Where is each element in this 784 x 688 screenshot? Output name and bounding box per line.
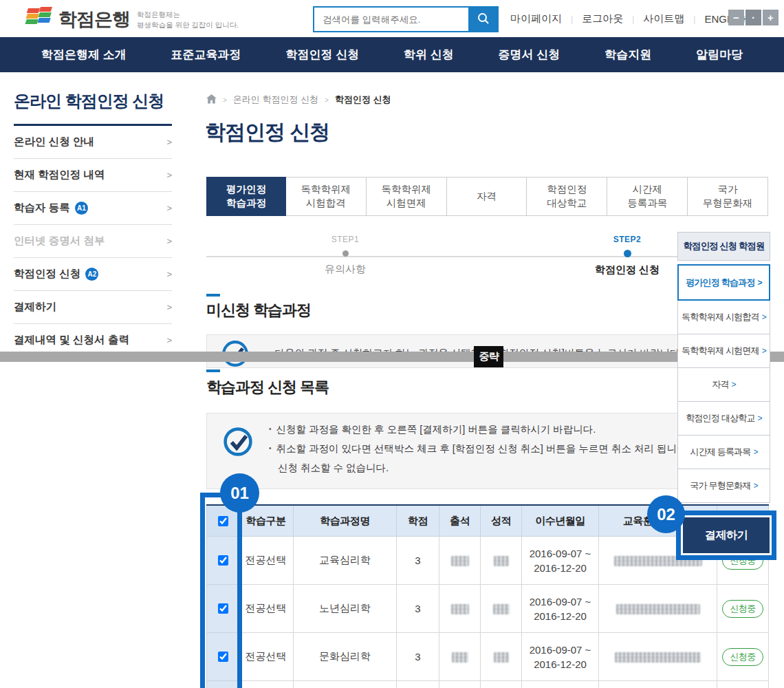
cell-credit: 3: [397, 633, 439, 681]
step-a2-badge: A2: [85, 268, 98, 281]
breadcrumb-separator: >: [325, 96, 329, 104]
gnb-item-intro[interactable]: 학점은행제 소개: [41, 47, 127, 63]
chevron-right-icon: >: [762, 346, 766, 356]
breadcrumb-separator: >: [223, 96, 227, 104]
font-smaller-button[interactable]: −: [728, 10, 744, 25]
step-a1-badge: A1: [75, 202, 88, 215]
cell-period: 2016-09-07 ~2016-12-20: [522, 633, 599, 681]
step-2-current: STEP2 학점인정 신청: [579, 235, 675, 277]
sidebar-item-credit-apply[interactable]: 학점인정 신청 A2 >: [14, 258, 172, 291]
sidebar-title: 온라인 학점인정 신청: [14, 90, 172, 126]
sidebar-item-internet-certificate[interactable]: 인터넷 증명서 첨부 >: [14, 225, 172, 258]
pay-button[interactable]: 결제하기: [683, 517, 770, 553]
blurred-institution: [616, 604, 700, 614]
sidebar-item-learner-register[interactable]: 학습자 등록 A1 >: [14, 192, 172, 225]
site-logo[interactable]: 학점은행 학점은행제는 평생학습을 위한 길잡이 입니다.: [23, 5, 239, 34]
tab-selfstudy-exempt[interactable]: 독학학위제 시험면제: [366, 178, 446, 215]
chevron-right-icon: >: [758, 278, 762, 288]
tab-evaluated-course[interactable]: 평가인정 학습과정: [206, 177, 286, 216]
link-mypage[interactable]: 마이페이지: [510, 12, 562, 25]
search-button[interactable]: [468, 6, 499, 32]
link-logout[interactable]: 로그아웃: [582, 12, 623, 25]
chevron-right-icon: >: [166, 137, 172, 147]
blurred-grade: [493, 604, 510, 614]
site-search: [313, 6, 499, 32]
gnb-item-support[interactable]: 학습지원: [605, 47, 651, 63]
page-title: 학점인정 신청: [205, 118, 329, 147]
step-1: STEP1 유의사항: [297, 235, 393, 276]
list-section-title: 학습과정 신청 목록: [206, 377, 329, 398]
sidebar-item-current-credits[interactable]: 현재 학점인정 내역 >: [14, 159, 172, 192]
cell-category: 전공선택: [239, 537, 294, 585]
tab-qualification[interactable]: 자격: [446, 178, 527, 215]
quicknav-item-selfstudy-pass[interactable]: 독학학위제 시험합격>: [677, 300, 770, 334]
annotation-step2-marker: 02: [647, 495, 685, 533]
quicknav-item-parttime-course[interactable]: 시간제 등록과목>: [677, 435, 770, 469]
status-badge: 신청중: [722, 600, 763, 618]
blurred-grade: [494, 652, 509, 663]
quicknav-item-target-school[interactable]: 학점인정 대상학교>: [677, 401, 770, 436]
col-grade: 성적: [481, 505, 522, 537]
select-all-checkbox[interactable]: [218, 516, 228, 526]
cell-course: 문화심리학: [294, 633, 397, 681]
divider: |: [693, 14, 695, 24]
left-sidebar: 온라인 학점인정 신청 온라인 신청 안내 > 현재 학점인정 내역 > 학습자…: [14, 90, 172, 357]
page-root: 학점은행 학점은행제는 평생학습을 위한 길잡이 입니다. 마이페이지 | 로그…: [0, 0, 784, 688]
tab-target-school[interactable]: 학점인정 대상학교: [526, 178, 607, 215]
font-size-controls: − · +: [728, 10, 778, 25]
annotation-pay-button-highlight: 결제하기: [676, 510, 776, 560]
font-reset-button[interactable]: ·: [745, 10, 761, 25]
gnb-item-notice[interactable]: 알림마당: [696, 47, 743, 63]
chevron-right-icon: >: [166, 302, 172, 312]
quicknav-item-qualification[interactable]: 자격>: [677, 367, 770, 402]
utility-links: 마이페이지 | 로그아웃 | 사이트맵 | ENGLISH: [510, 12, 750, 25]
font-larger-button[interactable]: +: [763, 10, 778, 25]
cell-credit: 3: [397, 537, 439, 585]
gnb-item-credit-apply[interactable]: 학점인정 신청: [285, 47, 359, 63]
cell-period: 2016-09-07 ~: [522, 681, 599, 688]
credit-source-tabs: 평가인정 학습과정 독학학위제 시험합격 독학학위제 시험면제 자격 학점인정 …: [206, 177, 768, 216]
col-credit: 학점: [397, 505, 439, 537]
annotation-step1-marker: 01: [220, 473, 259, 513]
truncation-band: [0, 352, 784, 362]
gnb-item-curriculum[interactable]: 표준교육과정: [171, 47, 241, 63]
truncation-label: 중략: [474, 346, 503, 367]
quicknav-item-intangible-heritage[interactable]: 국가 무형문화재>: [677, 469, 770, 503]
gnb-item-certificate[interactable]: 증명서 신청: [499, 47, 560, 63]
breadcrumb-current: 학점인정 신청: [335, 94, 391, 106]
global-nav: 학점은행제 소개 표준교육과정 학점인정 신청 학위 신청 증명서 신청 학습지…: [0, 37, 784, 72]
search-icon: [477, 12, 490, 28]
cell-category: 전공선택: [239, 633, 294, 681]
cell-period: 2016-09-07 ~2016-12-20: [522, 537, 599, 585]
quicknav-item-evaluated-course[interactable]: 평가인정 학습과정>: [677, 264, 770, 301]
tab-selfstudy-pass[interactable]: 독학학위제 시험합격: [285, 178, 366, 215]
row-select-checkbox[interactable]: [218, 652, 228, 662]
link-sitemap[interactable]: 사이트맵: [643, 12, 684, 25]
table-row: 전공선택 노년심리학 3 2016-09-07 ~2016-12-20 신청중: [207, 585, 769, 633]
breadcrumb-item[interactable]: 온라인 학점인정 신청: [233, 94, 318, 106]
sidebar-item-online-guide[interactable]: 온라인 신청 안내 >: [14, 126, 172, 159]
top-header: 학점은행 학점은행제는 평생학습을 위한 길잡이 입니다. 마이페이지 | 로그…: [0, 0, 784, 37]
blurred-attendance: [452, 652, 468, 663]
row-select-checkbox[interactable]: [218, 555, 228, 566]
home-icon[interactable]: [206, 94, 217, 106]
step-indicator: STEP1 유의사항 STEP2 학점인정 신청: [206, 235, 677, 283]
tab-intangible-heritage[interactable]: 국가 무형문화재: [687, 178, 767, 215]
logo-icon: [23, 5, 52, 34]
tab-parttime-course[interactable]: 시간제 등록과목: [607, 178, 687, 215]
divider: |: [571, 14, 573, 24]
sidebar-item-payment[interactable]: 결제하기 >: [14, 291, 172, 324]
gnb-item-degree[interactable]: 학위 신청: [404, 47, 454, 63]
check-circle-icon: [222, 426, 254, 460]
cell-category: 전공선택: [239, 585, 294, 633]
quicknav-item-selfstudy-exempt[interactable]: 독학학위제 시험면제>: [677, 334, 770, 368]
search-input[interactable]: [313, 6, 468, 32]
unapplied-section-title: 미신청 학습과정: [206, 300, 311, 321]
chevron-right-icon: >: [166, 236, 172, 246]
status-badge: 신청중: [722, 648, 763, 666]
logo-text: 학점은행: [58, 7, 130, 32]
col-course-name: 학습과정명: [294, 505, 397, 537]
row-select-checkbox[interactable]: [218, 603, 228, 614]
col-period: 이수년월일: [522, 505, 599, 537]
table-row: 전공선택 문화심리학 3 2016-09-07 ~2016-12-20 신청중: [207, 633, 769, 681]
